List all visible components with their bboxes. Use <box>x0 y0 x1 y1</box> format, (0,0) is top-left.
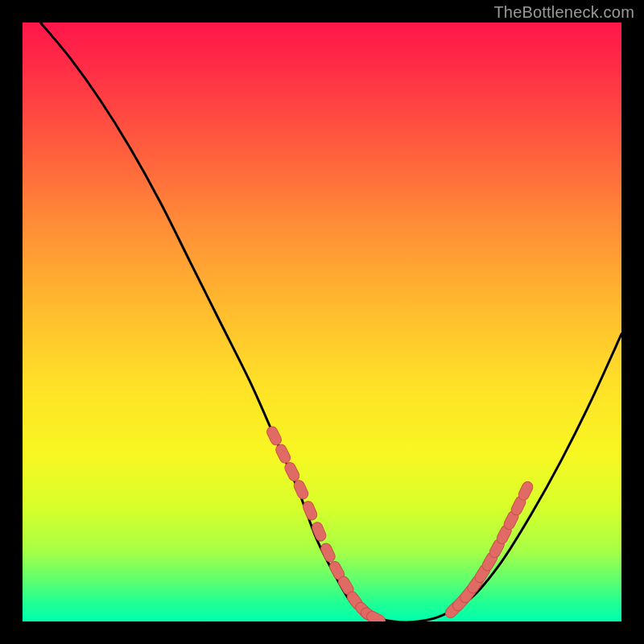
svg-rect-5 <box>311 521 328 543</box>
attribution-text: TheBottleneck.com <box>493 3 634 22</box>
plot-area <box>23 23 621 621</box>
curve-layer <box>23 23 621 621</box>
data-marker <box>320 542 337 564</box>
data-marker <box>292 479 310 501</box>
svg-rect-3 <box>292 479 310 501</box>
svg-rect-4 <box>301 500 318 522</box>
bottleneck-curve <box>40 23 621 621</box>
data-marker <box>301 500 318 522</box>
data-marker <box>311 521 328 543</box>
svg-rect-0 <box>265 425 283 447</box>
data-marker <box>265 425 283 447</box>
svg-rect-6 <box>320 542 337 564</box>
data-marker <box>274 443 291 464</box>
svg-rect-1 <box>274 443 291 464</box>
